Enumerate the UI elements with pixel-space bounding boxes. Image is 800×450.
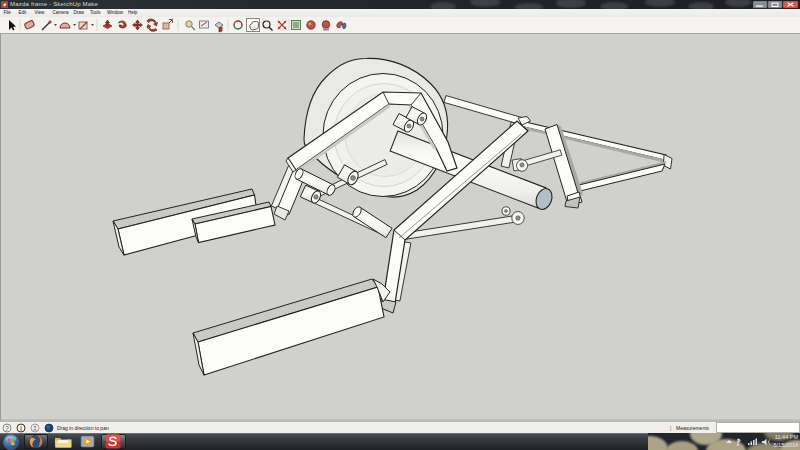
svg-text:?: ? [5, 425, 9, 432]
